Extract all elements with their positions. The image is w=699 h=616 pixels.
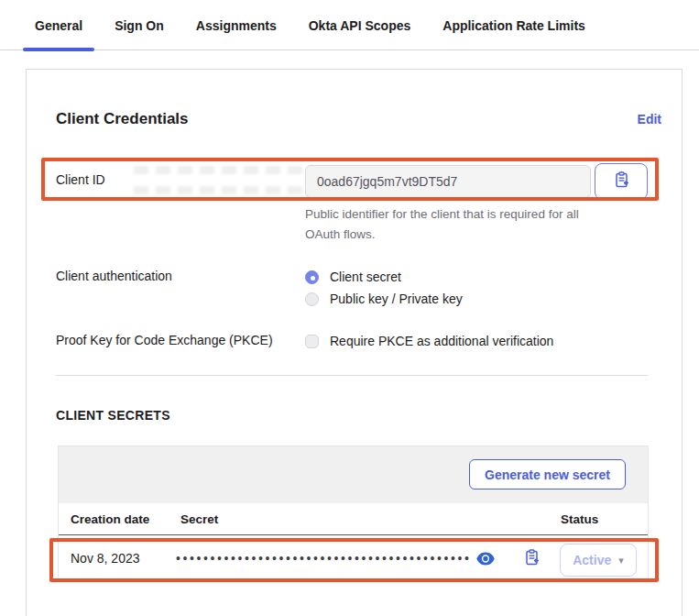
highlight-box-client-id [41,158,659,201]
tab-application-rate-limits-label: Application Rate Limits [442,18,585,33]
section-divider [56,375,648,376]
okta-app-settings-page: General Sign On Assignments Okta API Sco… [0,0,699,616]
tab-assignments-label: Assignments [196,18,277,33]
radio-label: Client secret [330,270,401,284]
tabs: General Sign On Assignments Okta API Sco… [23,0,606,50]
client-authentication-label: Client authentication [56,269,172,283]
tab-application-rate-limits[interactable]: Application Rate Limits [431,0,597,50]
table-toolbar: Generate new secret [59,446,648,503]
client-secrets-title: CLIENT SECRETS [56,408,170,423]
radio-selected-icon[interactable] [305,270,319,284]
tab-sign-on[interactable]: Sign On [103,0,176,50]
client-id-help-text: Public identifier for the client that is… [305,204,617,245]
settings-card: Client Credentials Edit Client ID 0oad67… [26,69,683,616]
column-header-creation-date: Creation date [71,512,149,526]
radio-option-public-private-key[interactable]: Public key / Private key [305,288,463,310]
tab-assignments[interactable]: Assignments [184,0,289,50]
section-title-client-credentials: Client Credentials [56,110,189,128]
radio-option-client-secret[interactable]: Client secret [305,266,463,288]
generate-new-secret-button[interactable]: Generate new secret [469,459,626,490]
pkce-checkbox-label: Require PKCE as additional verification [330,334,553,348]
pkce-label: Proof Key for Code Exchange (PKCE) [56,333,273,347]
active-tab-underline [23,48,94,51]
tab-okta-api-scopes-label: Okta API Scopes [309,18,411,33]
edit-link[interactable]: Edit [638,112,661,126]
checkbox-unchecked-icon[interactable] [305,335,319,348]
tab-general[interactable]: General [23,0,94,50]
column-header-status: Status [561,512,598,526]
highlight-box-secret-row [49,538,659,582]
radio-unselected-icon[interactable] [305,292,319,306]
tab-okta-api-scopes[interactable]: Okta API Scopes [297,0,423,50]
radio-label: Public key / Private key [330,292,463,306]
tab-general-label: General [35,18,82,33]
pkce-checkbox-row[interactable]: Require PKCE as additional verification [305,330,553,352]
tab-bar: General Sign On Assignments Okta API Sco… [0,0,699,50]
tab-sign-on-label: Sign On [115,18,164,33]
client-authentication-options: Client secret Public key / Private key [305,266,463,310]
column-header-secret: Secret [180,512,218,526]
table-header-row: Creation date Secret Status [59,503,648,535]
client-credentials-header: Client Credentials Edit [56,110,661,128]
